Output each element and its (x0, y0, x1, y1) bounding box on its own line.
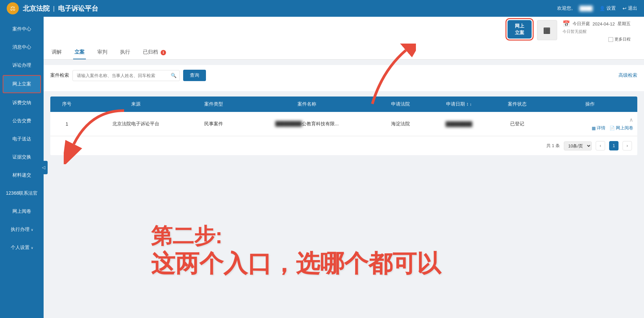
col-status: 案件状态 (492, 97, 543, 112)
tab-execution[interactable]: 执行 (119, 46, 131, 59)
welcome-text: 欢迎您, (557, 5, 573, 11)
detail-icon: ▦ (592, 126, 596, 131)
archived-badge: ℹ (161, 50, 166, 55)
tab-filing[interactable]: 立案 (73, 46, 86, 59)
page-1-button[interactable]: 1 (609, 141, 619, 150)
cell-status: 已登记 (492, 112, 543, 136)
cell-apply-date: ████████ (426, 112, 492, 136)
col-apply-date[interactable]: 申请日期 ↕ (426, 97, 492, 112)
cell-source: 北京法院电子诉讼平台 (84, 112, 188, 136)
step-description: 这两个入口，选哪个都可以 (151, 249, 441, 278)
header-left: ⚖ 北京法院 | 电子诉讼平台 (7, 2, 98, 14)
table-row: 1 北京法院电子诉讼平台 民事案件 ████████公教育科技有限... 海淀法… (50, 112, 637, 136)
qr-icon: ▦ (543, 25, 551, 35)
search-bar: 案件检索 🔍 查询 高级检索 (50, 70, 637, 81)
date-row: 📅 今日开庭 2024-04-12 星期五 (562, 20, 631, 27)
cell-case-name: ████████公教育科技有限... (239, 112, 375, 136)
case-table: 序号 来源 案件类型 案件名称 申请法院 申请日期 ↕ 案件状态 操作 1 北京… (50, 97, 637, 136)
settings-icon: 👤 (599, 6, 605, 11)
cell-seq: 1 (50, 112, 84, 136)
col-case-name: 案件名称 (239, 97, 375, 112)
sidebar-item-notice-fee[interactable]: 公告交费 (0, 112, 44, 130)
advanced-search-link[interactable]: 高级检索 (619, 72, 637, 78)
search-input[interactable] (72, 70, 180, 81)
main-content: 网上 立案 ▦ 📅 今日开庭 2024-04-12 星期五 (44, 17, 644, 318)
cell-case-type: 民事案件 (188, 112, 239, 136)
col-court: 申请法院 (375, 97, 426, 112)
calendar-icon: 📅 (562, 20, 570, 27)
next-page-button[interactable]: › (623, 141, 632, 150)
col-case-type: 案件类型 (188, 97, 239, 112)
row-action-links: ▦ 详情 📄 网上阅卷 (592, 125, 633, 131)
detail-link[interactable]: ▦ 详情 (592, 125, 605, 131)
tab-trial[interactable]: 审判 (96, 46, 109, 59)
sidebar: 案件中心 消息中心 诉讼办理 网上立案 诉费交纳 公告交费 电子送达 证据交换 … (0, 17, 44, 318)
execution-chevron-icon: ∨ (31, 228, 33, 232)
top-widgets: 网上 立案 ▦ 📅 今日开庭 2024-04-12 星期五 (507, 20, 631, 42)
personal-settings-chevron-icon: ∨ (31, 246, 33, 250)
court-name: 北京法院 (23, 4, 50, 13)
logout-button[interactable]: ↩ 退出 (623, 5, 637, 11)
tab-mediation[interactable]: 调解 (50, 46, 63, 59)
search-label: 案件检索 (50, 72, 69, 78)
more-schedule-checkbox[interactable] (608, 37, 613, 42)
case-table-container: 序号 来源 案件类型 案件名称 申请法院 申请日期 ↕ 案件状态 操作 1 北京… (50, 97, 637, 155)
more-schedule[interactable]: 更多日程 (562, 37, 631, 42)
settings-button[interactable]: 👤 设置 (599, 5, 616, 11)
header-right: 欢迎您, ████ 👤 设置 ↩ 退出 (557, 5, 637, 11)
sidebar-item-online-filing[interactable]: 网上立案 (3, 75, 41, 93)
main-tabs: 调解 立案 审判 执行 已归档 ℹ (44, 42, 644, 60)
online-review-link[interactable]: 📄 网上阅卷 (609, 125, 633, 131)
step-label: 第二步: (151, 223, 441, 249)
sidebar-item-online-review[interactable]: 网上阅卷 (0, 202, 44, 220)
sidebar-item-e-delivery[interactable]: 电子送达 (0, 130, 44, 148)
online-filing-top-button[interactable]: 网上 立案 (507, 20, 532, 39)
qr-code: ▦ (537, 20, 557, 40)
date-widget: 📅 今日开庭 2024-04-12 星期五 今日暂无提醒 更多日程 (562, 20, 631, 42)
sidebar-item-fee-payment[interactable]: 诉费交纳 (0, 94, 44, 112)
platform-name: 电子诉讼平台 (58, 4, 98, 13)
prev-icon: ‹ (600, 143, 601, 148)
col-seq: 序号 (50, 97, 84, 112)
sidebar-item-case-center[interactable]: 案件中心 (0, 20, 44, 38)
sidebar-item-contact-judge[interactable]: 12368联系法官 (0, 184, 44, 202)
tab-archived[interactable]: 已归档 ℹ (142, 46, 167, 59)
header-divider: | (53, 5, 55, 12)
sidebar-item-evidence[interactable]: 证据交换 (0, 148, 44, 166)
row-collapse-button[interactable]: ∧ (629, 117, 633, 123)
col-actions: 操作 (543, 97, 637, 112)
sidebar-item-message-center[interactable]: 消息中心 (0, 38, 44, 56)
total-count: 共 1 条 (546, 143, 560, 149)
sidebar-item-materials[interactable]: 材料递交 (0, 166, 44, 184)
page-size-select[interactable]: 10条/页 20条/页 50条/页 (564, 141, 592, 150)
weekday-value: 星期五 (618, 21, 631, 27)
sidebar-item-litigation[interactable]: 诉讼办理 (0, 56, 44, 74)
today-label: 今日开庭 (573, 21, 590, 27)
header: ⚖ 北京法院 | 电子诉讼平台 欢迎您, ████ 👤 设置 ↩ 退出 (0, 0, 644, 17)
schedule-text: 今日暂无提醒 (562, 29, 631, 35)
username: ████ (579, 6, 593, 11)
top-section: 网上 立案 ▦ 📅 今日开庭 2024-04-12 星期五 (50, 17, 637, 42)
cell-actions: ∧ ▦ 详情 📄 网上阅卷 (543, 112, 637, 136)
row-action-group: ∧ ▦ 详情 📄 网上阅卷 (547, 117, 633, 131)
court-logo: ⚖ (7, 2, 19, 14)
page-number: 1 (613, 143, 615, 148)
collapse-icon: ◁ (42, 165, 45, 170)
col-source: 来源 (84, 97, 188, 112)
online-review-icon: 📄 (609, 126, 615, 131)
date-value: 2024-04-12 (593, 21, 615, 26)
main-layout: 案件中心 消息中心 诉讼办理 网上立案 诉费交纳 公告交费 电子送达 证据交换 … (0, 17, 644, 318)
pagination: 共 1 条 10条/页 20条/页 50条/页 ‹ 1 › (50, 136, 637, 155)
search-input-wrap: 🔍 (72, 70, 180, 81)
overlay-annotation: 第二步: 这两个入口，选哪个都可以 (151, 223, 441, 278)
table-header-row: 序号 来源 案件类型 案件名称 申请法院 申请日期 ↕ 案件状态 操作 (50, 97, 637, 112)
sidebar-item-execution[interactable]: 执行办理 ∨ (0, 220, 44, 239)
prev-page-button[interactable]: ‹ (596, 141, 605, 150)
search-icon: 🔍 (171, 73, 176, 78)
cell-court: 海淀法院 (375, 112, 426, 136)
sidebar-item-personal-settings[interactable]: 个人设置 ∨ (0, 239, 44, 257)
more-schedule-label: 更多日程 (614, 37, 631, 42)
search-button[interactable]: 查询 (183, 70, 206, 81)
header-title: 北京法院 | 电子诉讼平台 (23, 4, 98, 13)
sidebar-collapse-button[interactable]: ◁ (40, 161, 48, 174)
